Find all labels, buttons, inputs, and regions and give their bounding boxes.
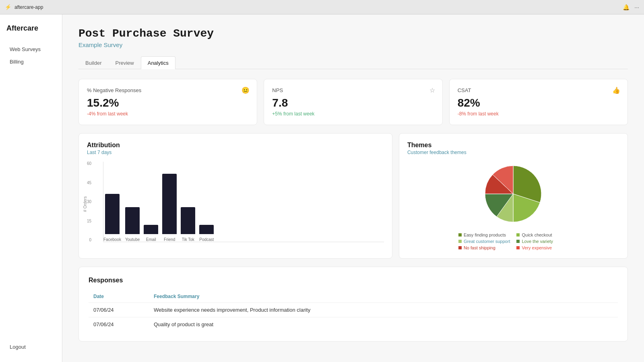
bar-group-youtube: Youtube [125,162,140,242]
sidebar-item-web-surveys[interactable]: Web Surveys [6,44,56,55]
bar-podcast [199,225,214,234]
bar-youtube [125,207,140,234]
metric-nps: NPS 7.8 +5% from last week ☆ [264,79,442,125]
legend-item-0: Easy finding products [458,232,510,237]
cell-feedback-1: Quality of product is great [149,317,618,332]
metric-negative-responses: % Negative Responses 15.2% -4% from last… [78,79,257,125]
themes-chart-card: Themes Customer feedback themes Easy fin… [399,133,628,259]
metric-csat-value: 82% [458,97,619,109]
tab-preview[interactable]: Preview [108,56,140,69]
metric-nps-value: 7.8 [272,97,434,109]
tabs-container: Builder Preview Analytics [78,56,628,69]
pie-chart-svg [481,162,545,226]
bar-group-tik tok: Tik Tok [181,162,195,242]
cell-date-0: 07/06/24 [89,303,149,317]
charts-row: Attribution Last 7 days 0 15 30 45 60 # … [78,133,628,259]
legend-dot-5 [516,246,520,249]
bar-facebook [105,194,120,234]
legend-dot-0 [458,233,462,237]
attribution-subtitle: Last 7 days [87,150,384,155]
page-subtitle: Example Survey [78,41,628,48]
legend-item-3: Love the variety [516,239,568,244]
metric-csat-icon: 👍 [612,86,620,94]
metric-csat-label: CSAT [458,87,619,93]
attribution-chart-card: Attribution Last 7 days 0 15 30 45 60 # … [78,133,392,259]
sidebar-logo: Aftercare [6,24,56,33]
app-layout: Aftercare Web Surveys Billing Logout Pos… [0,14,644,362]
bar-email [144,225,158,234]
attribution-title: Attribution [87,142,384,149]
y-label-15: 15 [87,219,91,223]
bar-group-facebook: Facebook [103,162,121,242]
legend-item-5: Very expensive [516,245,568,250]
legend-label-1: Quick checkout [522,232,552,237]
titlebar: ⚡ aftercare-app 🔔 ··· [0,0,644,14]
legend-item-4: No fast shipping [458,245,510,250]
responses-title: Responses [89,277,618,284]
table-row-0: 07/06/24Website experience needs improve… [89,303,618,317]
bar-label-tik tok: Tik Tok [182,237,194,242]
bar-group-podcast: Podcast [199,162,214,242]
sidebar: Aftercare Web Surveys Billing Logout [0,14,62,362]
legend-dot-1 [516,233,520,237]
metric-negative-change: -4% from last week [87,111,249,117]
metrics-row: % Negative Responses 15.2% -4% from last… [78,79,628,125]
legend-label-5: Very expensive [522,245,552,250]
metric-negative-label: % Negative Responses [87,87,249,93]
bar-label-friend: Friend [164,237,175,242]
sidebar-item-billing[interactable]: Billing [6,56,56,67]
legend-item-1: Quick checkout [516,232,568,237]
col-date: Date [89,290,149,303]
legend-dot-3 [516,240,520,243]
legend-dot-2 [458,240,462,243]
y-label-30: 30 [87,200,91,204]
page-title: Post Purchase Survey [78,27,628,40]
tab-builder[interactable]: Builder [78,56,108,69]
app-icon: ⚡ [5,4,11,10]
table-row-1: 07/06/24Quality of product is great [89,317,618,332]
y-label-60: 60 [87,162,91,166]
themes-title: Themes [407,142,619,149]
y-axis-label: # Orders [83,196,87,212]
main-content: Post Purchase Survey Example Survey Buil… [62,14,644,362]
cell-feedback-0: Website experience needs improvement, Pr… [149,303,618,317]
logout-button[interactable]: Logout [6,341,56,352]
responses-card: Responses Date Feedback Summary 07/06/24… [78,267,628,341]
metric-negative-value: 15.2% [87,97,249,109]
cell-date-1: 07/06/24 [89,317,149,332]
bar-group-email: Email [144,162,158,242]
y-label-45: 45 [87,181,91,185]
sidebar-nav: Web Surveys Billing [6,44,56,341]
app-title: aftercare-app [14,4,43,10]
legend-label-4: No fast shipping [464,245,495,250]
col-feedback: Feedback Summary [149,290,618,303]
bar-label-youtube: Youtube [125,237,140,242]
pie-container: Easy finding productsQuick checkoutGreat… [407,162,619,250]
legend-label-2: Great customer support [464,239,510,244]
more-button[interactable]: ··· [634,4,639,10]
legend-dot-4 [458,246,462,249]
bar-group-friend: Friend [162,162,177,242]
pie-legend: Easy finding productsQuick checkoutGreat… [458,232,568,250]
responses-table: Date Feedback Summary 07/06/24Website ex… [89,290,618,331]
bar-label-podcast: Podcast [199,237,214,242]
y-label-0: 0 [87,238,91,242]
responses-tbody: 07/06/24Website experience needs improve… [89,303,618,332]
metric-negative-icon: 😐 [242,86,250,94]
titlebar-left: ⚡ aftercare-app [5,4,43,10]
bar-friend [162,174,177,234]
titlebar-right: 🔔 ··· [623,4,639,10]
metric-csat-change: -8% from last week [458,111,619,117]
bar-label-email: Email [146,237,156,242]
legend-label-3: Love the variety [522,239,553,244]
legend-label-0: Easy finding products [464,232,506,237]
bar-label-facebook: Facebook [103,237,121,242]
metric-nps-label: NPS [272,87,434,93]
metric-nps-change: +5% from last week [272,111,434,117]
metric-csat: CSAT 82% -8% from last week 👍 [449,79,628,125]
themes-subtitle: Customer feedback themes [407,150,619,155]
bell-button[interactable]: 🔔 [623,4,630,10]
tab-analytics[interactable]: Analytics [141,56,175,69]
bar-tik tok [181,207,195,234]
legend-item-2: Great customer support [458,239,510,244]
